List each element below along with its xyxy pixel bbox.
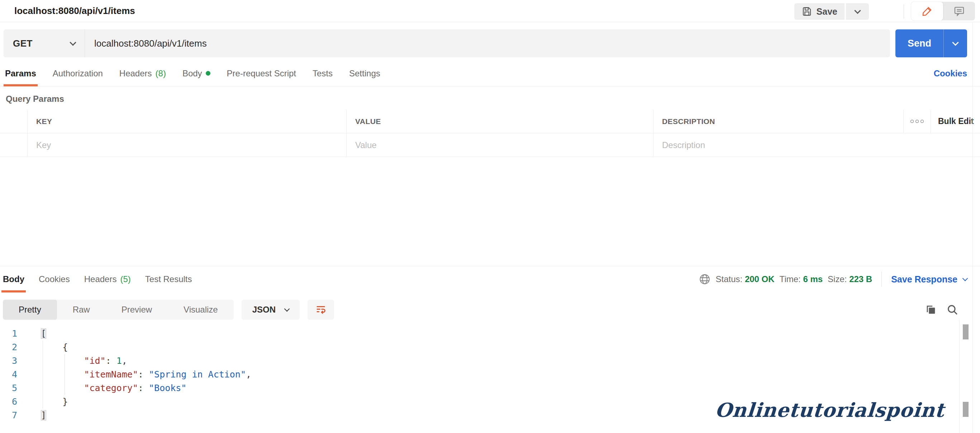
more-options-icon xyxy=(910,120,924,123)
query-params-header-row: KEY VALUE DESCRIPTION Bulk Edit xyxy=(0,110,980,133)
chevron-down-icon xyxy=(854,7,861,14)
tab-headers-label: Headers xyxy=(119,68,152,78)
code-line: 3 "id": 1, xyxy=(0,354,957,368)
tab-prerequest-label: Pre-request Script xyxy=(227,68,296,78)
response-tab-test-results[interactable]: Test Results xyxy=(145,266,192,292)
headers-count-badge: (8) xyxy=(156,68,166,78)
response-tab-cookies-label: Cookies xyxy=(39,274,70,284)
view-raw[interactable]: Raw xyxy=(57,300,106,320)
line-number: 3 xyxy=(0,354,17,368)
format-select[interactable]: JSON xyxy=(242,300,300,320)
size-item: Size: 223 B xyxy=(828,274,872,284)
chevron-down-icon xyxy=(284,306,290,312)
url-composite-field: GET localhost:8080/api/v1/items xyxy=(3,29,890,57)
response-tab-headers-label: Headers xyxy=(84,274,117,284)
save-response-button[interactable]: Save Response xyxy=(891,274,967,285)
tab-authorization-label: Authorization xyxy=(53,68,103,78)
save-icon xyxy=(802,6,812,17)
tab-settings-label: Settings xyxy=(349,68,380,78)
row-gutter xyxy=(0,110,27,133)
view-pretty[interactable]: Pretty xyxy=(3,300,57,320)
search-icon[interactable] xyxy=(946,304,958,316)
editor-scrollbar-thumb[interactable] xyxy=(963,325,969,339)
time-label: Time: xyxy=(780,274,801,284)
key-input[interactable]: Key xyxy=(36,140,51,150)
response-headers-count-badge: (5) xyxy=(120,274,130,284)
tab-tests[interactable]: Tests xyxy=(313,60,332,86)
tab-headers[interactable]: Headers (8) xyxy=(119,60,166,86)
line-number: 1 xyxy=(0,327,17,341)
save-button-group: Save xyxy=(794,3,869,20)
tab-tests-label: Tests xyxy=(313,68,332,78)
time-item: Time: 6 ms xyxy=(780,274,822,284)
request-url-row: GET localhost:8080/api/v1/items Send xyxy=(0,22,980,60)
request-tabs: Params Authorization Headers (8) Body Pr… xyxy=(0,60,980,86)
globe-icon[interactable] xyxy=(698,273,711,285)
method-label: GET xyxy=(13,38,33,49)
bulk-edit-label: Bulk Edit xyxy=(938,116,974,126)
line-number: 7 xyxy=(0,409,17,422)
line-number: 2 xyxy=(0,341,17,354)
copy-icon[interactable] xyxy=(925,304,937,316)
tab-prerequest-script[interactable]: Pre-request Script xyxy=(227,60,296,86)
tab-params[interactable]: Params xyxy=(5,60,36,86)
view-preview[interactable]: Preview xyxy=(106,300,168,320)
response-toolbar: Pretty Raw Preview Visualize JSON xyxy=(0,300,980,320)
pane-scroll-track-border xyxy=(972,22,973,433)
column-header-key: KEY xyxy=(36,117,52,126)
editor-scroll-track-border xyxy=(959,320,959,433)
indent-guide xyxy=(43,341,43,409)
tab-body-label: Body xyxy=(183,68,202,78)
save-options-button[interactable] xyxy=(846,3,869,20)
send-options-button[interactable] xyxy=(944,29,967,57)
value-input[interactable]: Value xyxy=(355,140,377,150)
tab-body[interactable]: Body xyxy=(183,60,210,86)
query-params-table: KEY VALUE DESCRIPTION Bulk Edit Key Valu… xyxy=(0,110,980,157)
line-number: 4 xyxy=(0,368,17,381)
response-tabs: Body Cookies Headers (5) Test Results St… xyxy=(0,266,980,292)
wrap-lines-icon xyxy=(315,304,327,316)
line-number: 6 xyxy=(0,395,17,409)
url-input[interactable]: localhost:8080/api/v1/items xyxy=(85,38,890,49)
response-tab-cookies[interactable]: Cookies xyxy=(39,266,70,292)
send-button-group: Send xyxy=(896,29,967,57)
cookies-link[interactable]: Cookies xyxy=(934,68,967,78)
save-button-label: Save xyxy=(816,6,837,17)
edit-request-button[interactable] xyxy=(911,2,943,21)
pencil-icon xyxy=(921,5,933,17)
column-header-value: VALUE xyxy=(355,117,381,126)
description-input[interactable]: Description xyxy=(662,140,705,150)
chevron-down-icon xyxy=(952,39,958,46)
tab-authorization[interactable]: Authorization xyxy=(53,60,103,86)
request-tab-title: localhost:8080/api/v1/items xyxy=(14,5,135,16)
time-value: 6 ms xyxy=(803,274,822,284)
query-params-section-label: Query Params xyxy=(6,94,64,104)
save-button[interactable]: Save xyxy=(794,3,845,20)
response-tab-body-label: Body xyxy=(3,274,24,284)
code-line: 4 "itemName": "Spring in Action", xyxy=(0,368,957,381)
query-params-input-row: Key Value Description xyxy=(0,133,980,157)
wrap-lines-button[interactable] xyxy=(307,300,334,320)
more-options-button[interactable] xyxy=(903,110,931,133)
code-line: 5 "category": "Books" xyxy=(0,381,957,395)
titlebar-divider xyxy=(904,4,904,19)
chevron-down-icon xyxy=(963,275,968,281)
send-button[interactable]: Send xyxy=(896,29,944,57)
method-select[interactable]: GET xyxy=(3,29,84,57)
meta-divider xyxy=(881,272,882,287)
pane-scrollbar-thumb[interactable] xyxy=(963,402,969,417)
chevron-down-icon xyxy=(70,39,76,46)
code-line: 2 { xyxy=(0,341,957,354)
response-tab-body[interactable]: Body xyxy=(3,266,24,292)
status-item: Status: 200 OK xyxy=(716,274,775,284)
view-visualize[interactable]: Visualize xyxy=(168,300,234,320)
comments-button[interactable] xyxy=(943,2,975,21)
code-line: 1[ xyxy=(0,327,957,341)
tab-settings[interactable]: Settings xyxy=(349,60,380,86)
indent-guide xyxy=(65,354,65,395)
response-tab-test-results-label: Test Results xyxy=(145,274,192,284)
body-content-dot xyxy=(206,71,210,76)
response-tab-headers[interactable]: Headers (5) xyxy=(84,266,131,292)
onlinetutorialspoint-watermark: Onlinetutorialspoint xyxy=(714,399,945,422)
request-title-bar: localhost:8080/api/v1/items Save xyxy=(0,0,980,22)
